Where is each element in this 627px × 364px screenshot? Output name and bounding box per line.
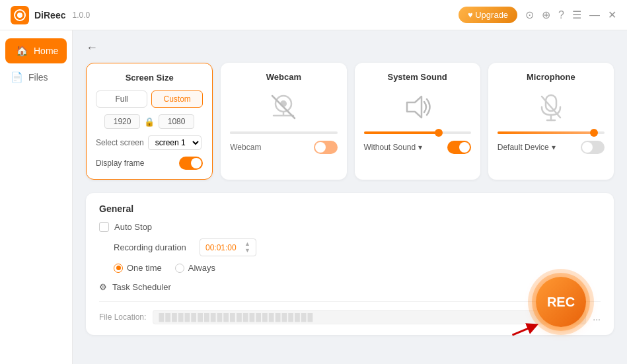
radio-one-time-btn[interactable]: [114, 264, 123, 273]
without-sound-label: Without Sound: [364, 143, 416, 152]
app-name: DiReec: [34, 10, 65, 20]
webcam-title: Webcam: [230, 72, 337, 82]
auto-stop-label: Auto Stop: [114, 222, 152, 232]
settings-icon[interactable]: ⊙: [525, 10, 534, 20]
privacy-icon[interactable]: ⊕: [542, 10, 550, 20]
titlebar-right: ♥ Upgrade ⊙ ⊕ ? ☰ — ✕: [459, 7, 616, 23]
back-button[interactable]: ←: [86, 41, 98, 55]
duration-up-arrow[interactable]: ▲: [244, 241, 250, 247]
main-layout: 🏠 Home 📄 Files ← Screen Size Full Custom…: [0, 30, 627, 364]
radio-always-btn[interactable]: [175, 264, 184, 273]
custom-button[interactable]: Custom: [151, 91, 203, 108]
app-version: 1.0.0: [72, 11, 90, 20]
radio-always-label: Always: [188, 263, 215, 273]
rec-area: REC: [521, 262, 601, 342]
titlebar-left: DiReec 1.0.0: [11, 6, 90, 24]
full-button[interactable]: Full: [96, 91, 147, 108]
radio-one-time[interactable]: One time: [114, 263, 162, 273]
sidebar-item-files-label: Files: [28, 72, 48, 83]
webcam-icon-wrap: [230, 90, 337, 126]
display-frame-row: Display frame: [96, 157, 203, 170]
sidebar-item-files[interactable]: 📄 Files: [0, 65, 72, 90]
content: ← Screen Size Full Custom 🔒 Select scree…: [73, 30, 627, 364]
titlebar: DiReec 1.0.0 ♥ Upgrade ⊙ ⊕ ? ☰ — ✕: [0, 0, 627, 30]
files-icon: 📄: [11, 71, 23, 83]
display-frame-label: Display frame: [96, 159, 144, 168]
mic-device-label: Default Device: [498, 143, 549, 152]
lock-icon: 🔒: [144, 117, 155, 127]
sound-slider[interactable]: [364, 131, 471, 134]
sound-select-row: Without Sound ▾: [364, 141, 471, 154]
microphone-card: Microphone: [488, 63, 614, 180]
sidebar-item-home[interactable]: 🏠 Home: [5, 38, 67, 63]
rec-button[interactable]: REC: [536, 277, 586, 327]
width-input[interactable]: [104, 114, 140, 129]
close-icon[interactable]: ✕: [608, 10, 616, 20]
webcam-toggle[interactable]: .webcam-t::after{left:18px;background:wh…: [314, 141, 338, 154]
duration-arrows: ▲ ▼: [244, 241, 250, 254]
screen-size-card: Screen Size Full Custom 🔒 Select screen …: [86, 63, 213, 180]
webcam-slider[interactable]: [230, 131, 337, 134]
task-scheduler-label: Task Scheduler: [112, 282, 171, 292]
mic-bottom: Default Device ▾: [498, 141, 605, 154]
rec-button-wrap: REC: [521, 262, 601, 342]
gear-icon: ⚙: [99, 282, 107, 292]
screen-select[interactable]: screen 1 screen 2: [148, 135, 202, 150]
duration-input-wrap: ▲ ▼: [200, 238, 256, 256]
auto-stop-checkbox[interactable]: [99, 222, 109, 232]
app-logo: [11, 6, 29, 24]
mic-dropdown-chevron: ▾: [552, 143, 556, 152]
dimension-row: 🔒: [96, 114, 203, 129]
webcam-off-icon: [267, 91, 300, 126]
svg-point-1: [17, 13, 22, 18]
radio-always[interactable]: Always: [175, 263, 215, 273]
select-screen-row: Select screen screen 1 screen 2: [96, 135, 203, 150]
auto-stop-row: Auto Stop: [99, 222, 601, 232]
cards-row: Screen Size Full Custom 🔒 Select screen …: [86, 63, 614, 180]
system-sound-title: System Sound: [364, 72, 471, 82]
mic-icon-wrap: [498, 90, 605, 126]
menu-icon[interactable]: ☰: [572, 10, 581, 20]
screen-size-btn-group: Full Custom: [96, 91, 203, 108]
display-frame-toggle[interactable]: [179, 157, 203, 170]
webcam-card: Webcam Webc: [221, 63, 346, 180]
minimize-icon[interactable]: —: [589, 10, 600, 20]
recording-duration-row: Recording duration ▲ ▼: [99, 238, 601, 256]
system-sound-toggle[interactable]: [447, 141, 471, 154]
microphone-toggle[interactable]: [581, 141, 605, 154]
sidebar-item-home-label: Home: [34, 46, 58, 56]
select-screen-label: Select screen: [96, 138, 144, 147]
microphone-title: Microphone: [498, 72, 605, 82]
home-icon: 🏠: [16, 45, 28, 57]
duration-down-arrow[interactable]: ▼: [244, 248, 250, 254]
height-input[interactable]: [159, 114, 194, 129]
rec-label: REC: [547, 295, 575, 310]
webcam-bottom: Webcam .webcam-t::after{left:18px;backgr…: [230, 141, 337, 154]
webcam-label: Webcam: [230, 143, 261, 152]
dropdown-chevron: ▾: [418, 143, 422, 152]
sound-dropdown[interactable]: Without Sound ▾: [364, 143, 423, 152]
system-sound-card: System Sound Without Sound: [355, 63, 480, 180]
screen-size-title: Screen Size: [96, 73, 203, 83]
sidebar: 🏠 Home 📄 Files: [0, 30, 73, 364]
general-title: General: [99, 203, 601, 214]
file-location-label: File Location:: [99, 312, 146, 322]
svg-line-13: [512, 320, 533, 340]
radio-one-time-label: One time: [127, 263, 162, 273]
speaker-icon: [402, 91, 433, 126]
mic-device-dropdown[interactable]: Default Device ▾: [498, 143, 556, 152]
svg-marker-7: [407, 96, 422, 118]
upgrade-button[interactable]: ♥ Upgrade: [459, 7, 517, 23]
sound-icon-wrap: [364, 90, 471, 126]
general-section: General Auto Stop Recording duration ▲ ▼: [86, 193, 614, 335]
mic-slider[interactable]: [498, 131, 605, 134]
duration-input[interactable]: [205, 243, 242, 252]
help-icon[interactable]: ?: [558, 10, 564, 20]
microphone-off-icon: [535, 91, 567, 126]
recording-duration-label: Recording duration: [114, 242, 193, 252]
